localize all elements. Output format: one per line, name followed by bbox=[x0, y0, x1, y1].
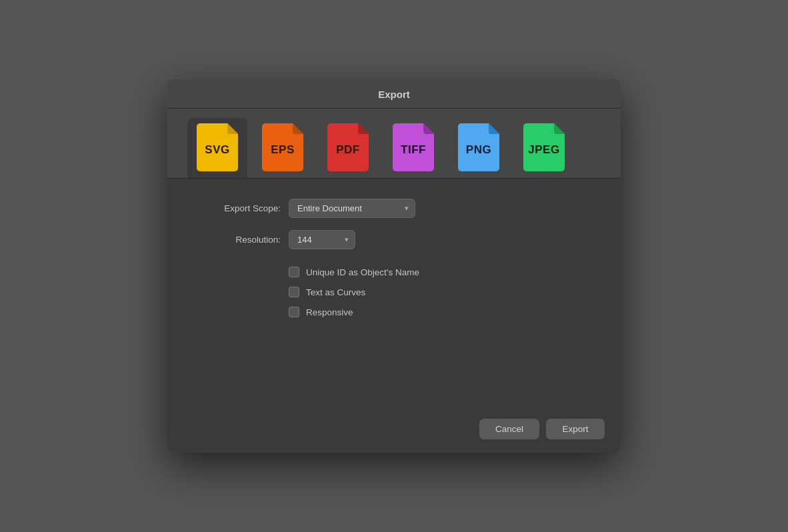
resolution-wrapper: 7296144150300 ▾ bbox=[289, 230, 355, 249]
export-scope-wrapper: Entire DocumentCurrent PageSelection ▾ bbox=[289, 199, 415, 218]
format-tab-svg[interactable]: SVG bbox=[187, 118, 247, 178]
format-tab-png[interactable]: PNG bbox=[449, 118, 509, 178]
checkbox-row-responsive[interactable]: Responsive bbox=[289, 307, 594, 317]
checkbox-responsive[interactable] bbox=[289, 307, 299, 317]
file-fold-eps bbox=[293, 123, 303, 134]
file-fold-jpeg bbox=[554, 123, 565, 134]
resolution-select[interactable]: 7296144150300 bbox=[289, 230, 355, 249]
file-icon-eps: EPS bbox=[262, 123, 303, 171]
file-label-jpeg: JPEG bbox=[528, 143, 559, 157]
resolution-row: Resolution: 7296144150300 ▾ bbox=[194, 230, 594, 249]
file-icon-jpeg: JPEG bbox=[523, 123, 565, 171]
checkbox-label-unique-id: Unique ID as Object's Name bbox=[306, 267, 419, 277]
checkbox-row-text-curves[interactable]: Text as Curves bbox=[289, 287, 594, 297]
checkbox-label-responsive: Responsive bbox=[306, 307, 353, 317]
file-label-pdf: PDF bbox=[336, 143, 360, 157]
file-label-eps: EPS bbox=[271, 143, 295, 157]
format-tab-eps[interactable]: EPS bbox=[253, 118, 313, 178]
file-fold-png bbox=[489, 123, 499, 134]
dialog-footer: Cancel Export bbox=[167, 408, 621, 453]
cancel-button[interactable]: Cancel bbox=[479, 419, 539, 439]
resolution-label: Resolution: bbox=[194, 235, 281, 245]
checkboxes-section: Unique ID as Object's NameText as Curves… bbox=[289, 267, 594, 317]
format-tabs: SVGEPSPDFTIFFPNGJPEG bbox=[167, 109, 621, 179]
export-scope-select[interactable]: Entire DocumentCurrent PageSelection bbox=[289, 199, 415, 218]
file-icon-svg: SVG bbox=[197, 123, 238, 171]
checkbox-text-curves[interactable] bbox=[289, 287, 299, 297]
export-button[interactable]: Export bbox=[546, 419, 605, 439]
file-icon-pdf: PDF bbox=[327, 123, 369, 171]
format-tab-tiff[interactable]: TIFF bbox=[383, 118, 443, 178]
checkbox-unique-id[interactable] bbox=[289, 267, 299, 277]
dialog-title: Export bbox=[181, 89, 607, 100]
checkbox-label-text-curves: Text as Curves bbox=[306, 287, 365, 297]
file-icon-tiff: TIFF bbox=[393, 123, 434, 171]
file-label-png: PNG bbox=[466, 143, 491, 157]
content-area: Export Scope: Entire DocumentCurrent Pag… bbox=[167, 179, 621, 408]
format-tab-jpeg[interactable]: JPEG bbox=[514, 118, 574, 178]
checkbox-row-unique-id[interactable]: Unique ID as Object's Name bbox=[289, 267, 594, 277]
export-dialog: Export SVGEPSPDFTIFFPNGJPEG Export Scope… bbox=[167, 79, 621, 453]
format-tab-pdf[interactable]: PDF bbox=[318, 118, 378, 178]
title-bar: Export bbox=[167, 79, 621, 109]
file-fold-tiff bbox=[423, 123, 434, 134]
file-label-svg: SVG bbox=[205, 143, 229, 157]
export-scope-label: Export Scope: bbox=[194, 203, 281, 213]
export-scope-row: Export Scope: Entire DocumentCurrent Pag… bbox=[194, 199, 594, 218]
file-fold-svg bbox=[227, 123, 238, 134]
file-label-tiff: TIFF bbox=[401, 143, 426, 157]
file-icon-png: PNG bbox=[458, 123, 499, 171]
file-fold-pdf bbox=[358, 123, 369, 134]
